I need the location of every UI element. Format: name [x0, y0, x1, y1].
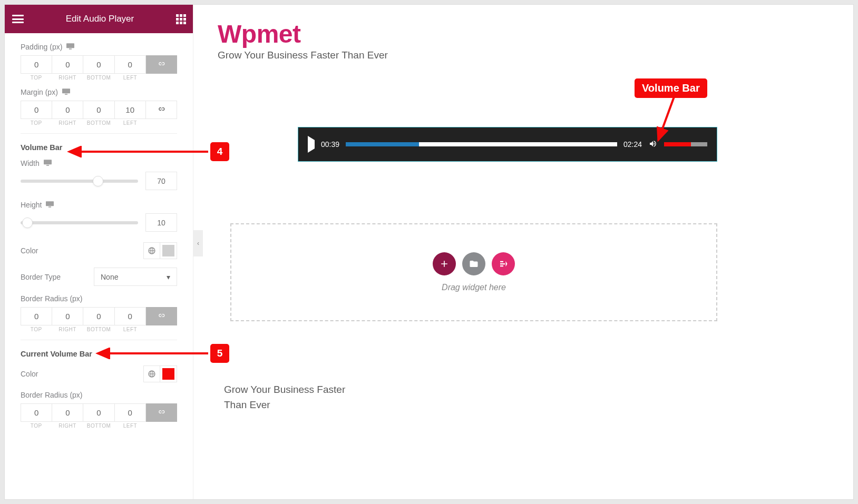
add-widget-button[interactable] [433, 252, 456, 275]
padding-link-toggle[interactable] [146, 55, 177, 74]
responsive-icon[interactable] [62, 88, 70, 96]
margin-label: Margin (px) [21, 88, 177, 96]
svg-rect-1 [69, 48, 72, 50]
responsive-icon[interactable] [66, 43, 74, 51]
panel-body: Padding (px) 0 0 0 0 TOP RIGHT BOT [5, 33, 193, 499]
padding-inputs: 0 0 0 0 [21, 55, 177, 74]
cvb-border-radius-inputs: 0 0 0 0 [21, 403, 177, 422]
svg-rect-6 [46, 201, 54, 206]
chevron-down-icon: ▾ [167, 273, 170, 281]
color-label: Color [21, 246, 38, 255]
margin-right-input[interactable]: 0 [52, 101, 83, 119]
template-library-button[interactable] [462, 252, 485, 275]
border-type-label: Border Type [21, 273, 61, 281]
slider-thumb[interactable] [22, 218, 33, 228]
color-swatch-inner [162, 368, 174, 380]
svg-rect-0 [66, 43, 74, 48]
padding-sublabels: TOP RIGHT BOTTOM LEFT [21, 75, 177, 81]
color-swatch[interactable] [160, 242, 177, 259]
sidebar-header: Edit Audio Player [5, 5, 193, 33]
play-icon[interactable] [308, 140, 315, 149]
padding-left-input[interactable]: 0 [115, 55, 146, 74]
global-color-button[interactable] [143, 242, 160, 259]
padding-label: Padding (px) [21, 43, 177, 51]
margin-bottom-input[interactable]: 0 [83, 101, 114, 119]
cvb-border-radius-label: Border Radius (px) [21, 391, 177, 399]
cvb-br-link-toggle[interactable] [146, 403, 177, 422]
svg-rect-4 [44, 160, 52, 164]
total-time: 02:24 [623, 140, 642, 149]
secondary-subtitle: Grow Your Business Faster Than Ever [224, 382, 361, 412]
audio-player-widget[interactable]: 00:39 02:24 [298, 127, 717, 162]
menu-icon[interactable] [12, 15, 24, 23]
margin-sublabels: TOP RIGHT BOTTOM LEFT [21, 120, 177, 126]
br-link-toggle[interactable] [146, 307, 177, 325]
border-radius-label: Border Radius (px) [21, 294, 177, 303]
margin-inputs: 0 0 0 10 [21, 101, 177, 119]
cvb-br-top-input[interactable]: 0 [21, 403, 52, 422]
cvb-br-sublabels: TOP RIGHT BOTTOM LEFT [21, 423, 177, 429]
volume-track[interactable] [664, 142, 707, 146]
volume-icon[interactable] [648, 140, 658, 150]
editor-sidebar: Edit Audio Player Padding (px) 0 0 0 0 [5, 5, 193, 499]
br-bottom-input[interactable]: 0 [83, 307, 114, 325]
svg-rect-7 [48, 206, 51, 207]
annotation-badge-5: 5 [210, 344, 229, 363]
width-value-input[interactable] [145, 172, 177, 190]
cvb-br-left-input[interactable]: 0 [115, 403, 146, 422]
brand-title: Wpmet [218, 19, 829, 48]
border-type-select[interactable]: None ▾ [94, 268, 177, 286]
link-icon [158, 312, 165, 321]
link-icon [158, 60, 165, 69]
widgets-grid-icon[interactable] [176, 14, 186, 24]
link-icon [158, 105, 165, 114]
padding-right-input[interactable]: 0 [52, 55, 83, 74]
responsive-icon[interactable] [46, 201, 54, 209]
cvb-color-label: Color [21, 370, 38, 378]
panel-title: Edit Audio Player [66, 14, 134, 24]
width-slider[interactable] [21, 180, 138, 183]
svg-rect-3 [65, 94, 67, 95]
br-left-input[interactable]: 0 [115, 307, 146, 325]
current-volume-bar-heading: Current Volume Bar [21, 340, 177, 365]
cvb-color-swatch[interactable] [160, 365, 177, 382]
responsive-icon[interactable] [44, 159, 52, 167]
current-time: 00:39 [321, 140, 339, 149]
svg-rect-2 [62, 88, 70, 93]
brand-subtitle: Grow Your Business Faster Than Ever [218, 50, 829, 61]
border-radius-inputs: 0 0 0 0 [21, 307, 177, 325]
height-label: Height [21, 201, 177, 209]
link-icon [158, 408, 165, 417]
height-slider[interactable] [21, 221, 138, 224]
padding-top-input[interactable]: 0 [21, 55, 52, 74]
color-swatch-inner [162, 245, 174, 256]
height-value-input[interactable] [145, 213, 177, 232]
margin-link-toggle[interactable] [146, 101, 177, 119]
select-value: None [101, 273, 118, 281]
progress-fill [346, 142, 419, 146]
width-label: Width [21, 159, 177, 167]
padding-bottom-input[interactable]: 0 [83, 55, 114, 74]
volume-fill [664, 142, 691, 146]
slider-thumb[interactable] [93, 176, 103, 186]
cvb-br-right-input[interactable]: 0 [52, 403, 83, 422]
global-color-button[interactable] [143, 365, 160, 382]
cvb-br-bottom-input[interactable]: 0 [83, 403, 114, 422]
annotation-badge-4: 4 [210, 142, 229, 161]
br-right-input[interactable]: 0 [52, 307, 83, 325]
br-top-input[interactable]: 0 [21, 307, 52, 325]
br-sublabels: TOP RIGHT BOTTOM LEFT [21, 327, 177, 332]
elementskit-button[interactable] [492, 252, 515, 275]
progress-track[interactable] [346, 142, 617, 146]
margin-left-input[interactable]: 10 [115, 101, 146, 119]
svg-rect-5 [46, 165, 49, 166]
margin-top-input[interactable]: 0 [21, 101, 52, 119]
annotation-volume-bar-label: Volume Bar [635, 78, 707, 98]
drop-hint-text: Drag widget here [442, 283, 506, 292]
volume-bar-section-heading: Volume Bar [21, 133, 177, 159]
widget-drop-zone[interactable]: Drag widget here [230, 223, 717, 321]
